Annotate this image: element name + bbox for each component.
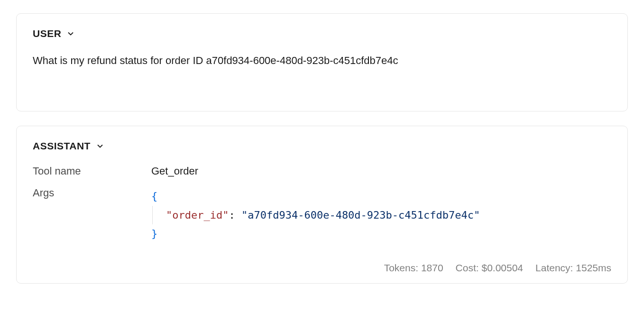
latency-value: 1525ms <box>576 262 611 273</box>
json-key: "order_id" <box>166 209 229 221</box>
json-colon: : <box>229 209 241 221</box>
args-label: Args <box>33 187 151 243</box>
tokens-value: 1870 <box>421 262 443 273</box>
cost-stat: Cost: $0.00504 <box>456 262 523 274</box>
user-message-card: USER What is my refund status for order … <box>16 13 628 111</box>
tokens-label: Tokens: <box>384 262 418 273</box>
latency-label: Latency: <box>535 262 573 273</box>
tool-name-label: Tool name <box>33 165 151 177</box>
chevron-down-icon <box>95 141 105 151</box>
args-json-block: { "order_id": "a70fd934-600e-480d-923b-c… <box>151 187 611 243</box>
args-row: Args { "order_id": "a70fd934-600e-480d-9… <box>33 187 611 243</box>
tokens-stat: Tokens: 1870 <box>384 262 443 274</box>
json-close-brace: } <box>151 228 157 240</box>
json-body: "order_id": "a70fd934-600e-480d-923b-c45… <box>152 206 480 225</box>
tool-name-value: Get_order <box>151 165 611 177</box>
user-role-label: USER <box>33 28 61 39</box>
latency-stat: Latency: 1525ms <box>535 262 611 274</box>
chevron-down-icon <box>66 29 75 38</box>
assistant-role-label: ASSISTANT <box>33 140 91 152</box>
cost-label: Cost: <box>456 262 479 273</box>
json-open-brace: { <box>151 190 157 202</box>
cost-value: $0.00504 <box>481 262 523 273</box>
assistant-header-toggle[interactable]: ASSISTANT <box>33 140 611 152</box>
assistant-message-card: ASSISTANT Tool name Get_order Args { "or… <box>16 126 628 284</box>
tool-name-row: Tool name Get_order <box>33 165 611 177</box>
user-message-content: What is my refund status for order ID a7… <box>33 53 611 68</box>
user-header-toggle[interactable]: USER <box>33 28 611 39</box>
stats-row: Tokens: 1870 Cost: $0.00504 Latency: 152… <box>33 262 611 274</box>
json-value: "a70fd934-600e-480d-923b-c451cfdb7e4c" <box>241 209 480 221</box>
